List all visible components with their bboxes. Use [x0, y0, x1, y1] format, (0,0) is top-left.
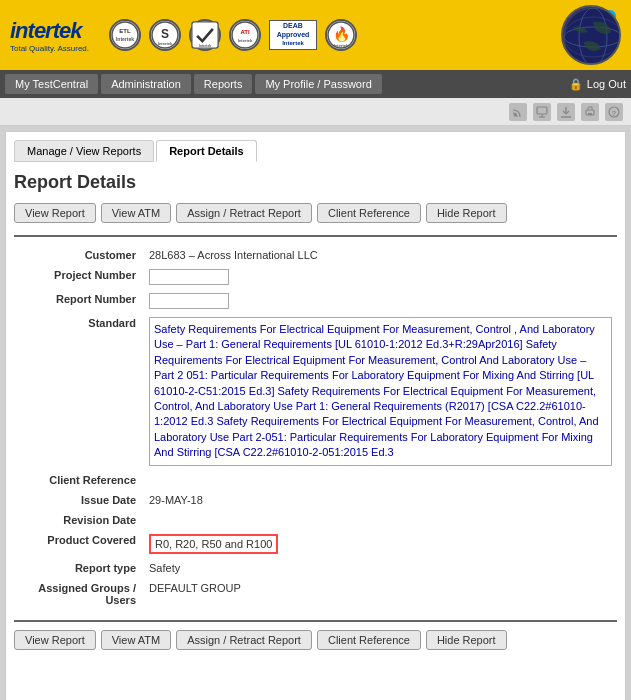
svg-text:S: S [161, 27, 169, 41]
svg-rect-19 [537, 107, 547, 114]
issue-date-value: 29-MAY-18 [144, 490, 617, 510]
logo: intertek Total Quality. Assured. [10, 18, 89, 53]
project-number-input[interactable] [149, 269, 229, 285]
svg-rect-25 [588, 113, 592, 115]
nav-reports[interactable]: Reports [194, 74, 253, 94]
assigned-groups-row: Assigned Groups / Users DEFAULT GROUP [14, 578, 617, 610]
report-number-input[interactable] [149, 293, 229, 309]
globe-icon [561, 5, 621, 65]
revision-date-value [144, 510, 617, 530]
report-number-row: Report Number [14, 289, 617, 313]
product-covered-value: R0, R20, R50 and R100 [144, 530, 617, 558]
top-divider [14, 235, 617, 237]
page-title: Report Details [14, 172, 617, 193]
etl-icon: ETL Intertek [109, 19, 141, 51]
site-header: intertek Total Quality. Assured. ETL Int… [0, 0, 631, 70]
svg-text:Intertek: Intertek [199, 44, 212, 48]
standard-label: Standard [14, 313, 144, 470]
standard-value: Safety Requirements For Electrical Equip… [144, 313, 617, 470]
report-type-row: Report type Safety [14, 558, 617, 578]
client-reference-label: Client Reference [14, 470, 144, 490]
svg-text:🔥: 🔥 [333, 26, 351, 43]
toolbar-icons-row: ? [0, 98, 631, 126]
project-number-value [144, 265, 617, 289]
main-content: Manage / View Reports Report Details Rep… [5, 131, 626, 700]
certification-icons: ETL Intertek S Intertek Intertek ATI Int… [109, 19, 357, 51]
rss-icon[interactable] [509, 103, 527, 121]
action-buttons-top: View Report View ATM Assign / Retract Re… [14, 203, 617, 223]
logout-area[interactable]: 🔒 Log Out [569, 78, 626, 91]
assigned-groups-value: DEFAULT GROUP [144, 578, 617, 610]
product-covered-row: Product Covered R0, R20, R50 and R100 [14, 530, 617, 558]
help-icon[interactable]: ? [605, 103, 623, 121]
report-number-label: Report Number [14, 289, 144, 313]
hide-report-bottom-button[interactable]: Hide Report [426, 630, 507, 650]
svg-point-8 [232, 22, 258, 48]
standard-row: Standard Safety Requirements For Electri… [14, 313, 617, 470]
monitor-icon[interactable] [533, 103, 551, 121]
hide-report-top-button[interactable]: Hide Report [426, 203, 507, 223]
tab-manage-reports[interactable]: Manage / View Reports [14, 140, 154, 162]
report-number-value [144, 289, 617, 313]
tabs-row: Manage / View Reports Report Details [14, 140, 617, 162]
svg-text:Intertek: Intertek [116, 36, 134, 42]
nav-my-testcentral[interactable]: My TestCentral [5, 74, 98, 94]
download-icon[interactable] [557, 103, 575, 121]
assign-retract-top-button[interactable]: Assign / Retract Report [176, 203, 312, 223]
customer-label: Customer [14, 245, 144, 265]
svg-text:?: ? [612, 109, 616, 116]
assigned-groups-label: Assigned Groups / Users [14, 578, 144, 610]
svg-text:ETL: ETL [119, 28, 131, 34]
deab-icon: DEABApprovedIntertek [269, 20, 317, 50]
view-atm-top-button[interactable]: View ATM [101, 203, 172, 223]
svg-text:ATI: ATI [240, 29, 250, 35]
report-details-form: Customer 28L683 – Across International L… [14, 245, 617, 610]
view-report-bottom-button[interactable]: View Report [14, 630, 96, 650]
nav-administration[interactable]: Administration [101, 74, 191, 94]
revision-date-row: Revision Date [14, 510, 617, 530]
customer-value: 28L683 – Across International LLC [144, 245, 617, 265]
print-icon[interactable] [581, 103, 599, 121]
revision-date-label: Revision Date [14, 510, 144, 530]
view-report-top-button[interactable]: View Report [14, 203, 96, 223]
client-reference-bottom-button[interactable]: Client Reference [317, 630, 421, 650]
flame-icon: 🔥 Intertek [325, 19, 357, 51]
view-atm-bottom-button[interactable]: View ATM [101, 630, 172, 650]
svg-text:Intertek: Intertek [334, 43, 349, 48]
svg-text:Intertek: Intertek [158, 41, 173, 46]
lock-icon: 🔒 [569, 78, 583, 91]
check-icon: Intertek [189, 19, 221, 51]
report-type-label: Report type [14, 558, 144, 578]
navbar: My TestCentral Administration Reports My… [0, 70, 631, 98]
nav-profile[interactable]: My Profile / Password [255, 74, 381, 94]
issue-date-row: Issue Date 29-MAY-18 [14, 490, 617, 510]
issue-date-label: Issue Date [14, 490, 144, 510]
action-buttons-bottom: View Report View ATM Assign / Retract Re… [14, 630, 617, 650]
tab-report-details[interactable]: Report Details [156, 140, 257, 162]
report-type-value: Safety [144, 558, 617, 578]
svg-point-14 [564, 8, 621, 65]
project-number-label: Project Number [14, 265, 144, 289]
svg-point-0 [112, 22, 138, 48]
logo-tagline: Total Quality. Assured. [10, 44, 89, 53]
client-reference-value [144, 470, 617, 490]
s-icon: S Intertek [149, 19, 181, 51]
globe-area [561, 5, 621, 65]
product-covered-label: Product Covered [14, 530, 144, 558]
product-covered-highlight: R0, R20, R50 and R100 [149, 534, 278, 554]
standard-text-box: Safety Requirements For Electrical Equip… [149, 317, 612, 466]
assign-retract-bottom-button[interactable]: Assign / Retract Report [176, 630, 312, 650]
logo-text: intertek [10, 18, 89, 44]
customer-row: Customer 28L683 – Across International L… [14, 245, 617, 265]
ati-icon: ATI Intertek [229, 19, 261, 51]
logout-label: Log Out [587, 78, 626, 90]
project-number-row: Project Number [14, 265, 617, 289]
client-reference-row: Client Reference [14, 470, 617, 490]
client-reference-top-button[interactable]: Client Reference [317, 203, 421, 223]
bottom-divider [14, 620, 617, 622]
svg-text:Intertek: Intertek [238, 38, 253, 43]
